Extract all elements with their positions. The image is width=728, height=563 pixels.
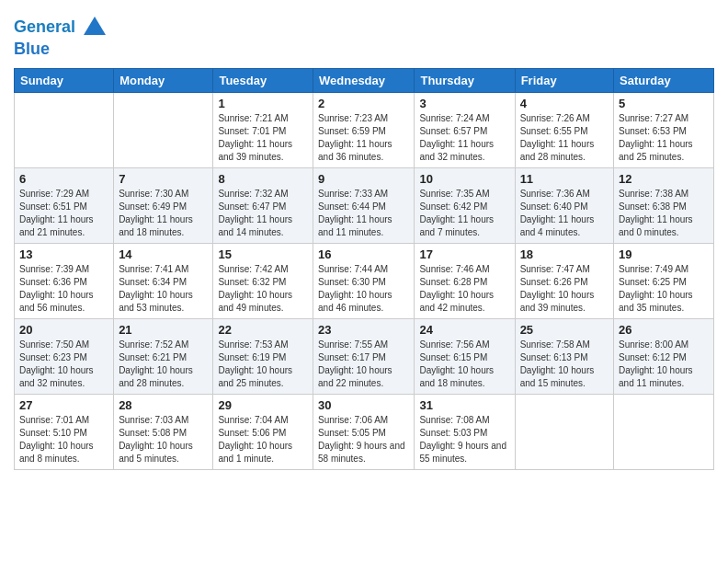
day-number: 20 xyxy=(19,323,108,337)
weekday-header-saturday: Saturday xyxy=(614,68,714,92)
day-info: Sunrise: 7:32 AM Sunset: 6:47 PM Dayligh… xyxy=(218,188,308,239)
day-cell-3: 3Sunrise: 7:24 AM Sunset: 6:57 PM Daylig… xyxy=(415,92,515,167)
day-number: 23 xyxy=(318,323,409,337)
day-cell-17: 17Sunrise: 7:46 AM Sunset: 6:28 PM Dayli… xyxy=(415,243,515,318)
day-cell-14: 14Sunrise: 7:41 AM Sunset: 6:34 PM Dayli… xyxy=(114,243,213,318)
day-info: Sunrise: 7:08 AM Sunset: 5:03 PM Dayligh… xyxy=(419,414,509,465)
day-number: 21 xyxy=(119,323,208,337)
day-info: Sunrise: 7:21 AM Sunset: 7:01 PM Dayligh… xyxy=(218,112,308,164)
day-info: Sunrise: 7:26 AM Sunset: 6:55 PM Dayligh… xyxy=(520,112,609,164)
day-cell-22: 22Sunrise: 7:53 AM Sunset: 6:19 PM Dayli… xyxy=(213,318,313,394)
day-number: 4 xyxy=(520,97,609,110)
day-cell-11: 11Sunrise: 7:36 AM Sunset: 6:40 PM Dayli… xyxy=(515,167,613,243)
day-number: 30 xyxy=(318,398,409,412)
week-row-4: 20Sunrise: 7:50 AM Sunset: 6:23 PM Dayli… xyxy=(15,318,714,394)
day-cell-5: 5Sunrise: 7:27 AM Sunset: 6:53 PM Daylig… xyxy=(614,92,714,167)
svg-marker-0 xyxy=(84,17,106,35)
day-number: 27 xyxy=(19,398,108,412)
day-info: Sunrise: 7:44 AM Sunset: 6:30 PM Dayligh… xyxy=(318,263,409,315)
day-number: 17 xyxy=(419,247,509,261)
day-number: 3 xyxy=(419,97,509,110)
day-cell-23: 23Sunrise: 7:55 AM Sunset: 6:17 PM Dayli… xyxy=(313,318,415,394)
day-cell-12: 12Sunrise: 7:38 AM Sunset: 6:38 PM Dayli… xyxy=(614,167,714,243)
day-cell-24: 24Sunrise: 7:56 AM Sunset: 6:15 PM Dayli… xyxy=(415,318,515,394)
weekday-header-row: SundayMondayTuesdayWednesdayThursdayFrid… xyxy=(15,68,714,92)
week-row-1: 1Sunrise: 7:21 AM Sunset: 7:01 PM Daylig… xyxy=(15,92,714,167)
day-info: Sunrise: 8:00 AM Sunset: 6:12 PM Dayligh… xyxy=(619,339,709,390)
weekday-header-tuesday: Tuesday xyxy=(213,68,313,92)
day-info: Sunrise: 7:56 AM Sunset: 6:15 PM Dayligh… xyxy=(419,339,509,390)
day-info: Sunrise: 7:29 AM Sunset: 6:51 PM Dayligh… xyxy=(19,188,108,239)
logo: General Blue xyxy=(14,15,108,59)
day-cell-26: 26Sunrise: 8:00 AM Sunset: 6:12 PM Dayli… xyxy=(614,318,714,394)
day-number: 16 xyxy=(318,247,409,261)
day-number: 5 xyxy=(619,97,709,110)
day-number: 24 xyxy=(419,323,509,337)
day-info: Sunrise: 7:23 AM Sunset: 6:59 PM Dayligh… xyxy=(318,112,409,164)
day-info: Sunrise: 7:03 AM Sunset: 5:08 PM Dayligh… xyxy=(119,414,208,465)
weekday-header-wednesday: Wednesday xyxy=(313,68,415,92)
day-info: Sunrise: 7:35 AM Sunset: 6:42 PM Dayligh… xyxy=(419,188,509,239)
day-number: 12 xyxy=(619,172,709,186)
day-cell-25: 25Sunrise: 7:58 AM Sunset: 6:13 PM Dayli… xyxy=(515,318,613,394)
day-cell-9: 9Sunrise: 7:33 AM Sunset: 6:44 PM Daylig… xyxy=(313,167,415,243)
day-info: Sunrise: 7:41 AM Sunset: 6:34 PM Dayligh… xyxy=(119,263,208,315)
header: General Blue xyxy=(14,9,714,59)
day-number: 1 xyxy=(218,97,308,110)
day-number: 19 xyxy=(619,247,709,261)
day-info: Sunrise: 7:24 AM Sunset: 6:57 PM Dayligh… xyxy=(419,112,509,164)
day-number: 25 xyxy=(520,323,609,337)
day-info: Sunrise: 7:42 AM Sunset: 6:32 PM Dayligh… xyxy=(218,263,308,315)
day-info: Sunrise: 7:33 AM Sunset: 6:44 PM Dayligh… xyxy=(318,188,409,239)
day-info: Sunrise: 7:04 AM Sunset: 5:06 PM Dayligh… xyxy=(218,414,308,465)
day-cell-8: 8Sunrise: 7:32 AM Sunset: 6:47 PM Daylig… xyxy=(213,167,313,243)
day-cell-6: 6Sunrise: 7:29 AM Sunset: 6:51 PM Daylig… xyxy=(15,167,114,243)
week-row-2: 6Sunrise: 7:29 AM Sunset: 6:51 PM Daylig… xyxy=(15,167,714,243)
empty-cell xyxy=(15,92,114,167)
weekday-header-thursday: Thursday xyxy=(415,68,515,92)
day-number: 22 xyxy=(218,323,308,337)
day-info: Sunrise: 7:36 AM Sunset: 6:40 PM Dayligh… xyxy=(520,188,609,239)
logo-text: General xyxy=(14,15,108,40)
day-cell-27: 27Sunrise: 7:01 AM Sunset: 5:10 PM Dayli… xyxy=(15,394,114,469)
day-number: 10 xyxy=(419,172,509,186)
day-number: 31 xyxy=(419,398,509,412)
day-info: Sunrise: 7:49 AM Sunset: 6:25 PM Dayligh… xyxy=(619,263,709,315)
day-number: 28 xyxy=(119,398,208,412)
day-number: 7 xyxy=(119,172,208,186)
weekday-header-sunday: Sunday xyxy=(15,68,114,92)
day-info: Sunrise: 7:52 AM Sunset: 6:21 PM Dayligh… xyxy=(119,339,208,390)
logo-general: General xyxy=(14,17,75,36)
day-cell-15: 15Sunrise: 7:42 AM Sunset: 6:32 PM Dayli… xyxy=(213,243,313,318)
day-info: Sunrise: 7:53 AM Sunset: 6:19 PM Dayligh… xyxy=(218,339,308,390)
day-info: Sunrise: 7:46 AM Sunset: 6:28 PM Dayligh… xyxy=(419,263,509,315)
day-number: 14 xyxy=(119,247,208,261)
day-info: Sunrise: 7:27 AM Sunset: 6:53 PM Dayligh… xyxy=(619,112,709,164)
week-row-3: 13Sunrise: 7:39 AM Sunset: 6:36 PM Dayli… xyxy=(15,243,714,318)
day-cell-13: 13Sunrise: 7:39 AM Sunset: 6:36 PM Dayli… xyxy=(15,243,114,318)
day-number: 15 xyxy=(218,247,308,261)
day-cell-31: 31Sunrise: 7:08 AM Sunset: 5:03 PM Dayli… xyxy=(415,394,515,469)
day-info: Sunrise: 7:06 AM Sunset: 5:05 PM Dayligh… xyxy=(318,414,409,465)
day-info: Sunrise: 7:39 AM Sunset: 6:36 PM Dayligh… xyxy=(19,263,108,315)
day-number: 11 xyxy=(520,172,609,186)
day-cell-18: 18Sunrise: 7:47 AM Sunset: 6:26 PM Dayli… xyxy=(515,243,613,318)
day-number: 2 xyxy=(318,97,409,110)
day-info: Sunrise: 7:58 AM Sunset: 6:13 PM Dayligh… xyxy=(520,339,609,390)
day-number: 13 xyxy=(19,247,108,261)
empty-cell xyxy=(114,92,213,167)
day-cell-21: 21Sunrise: 7:52 AM Sunset: 6:21 PM Dayli… xyxy=(114,318,213,394)
day-cell-19: 19Sunrise: 7:49 AM Sunset: 6:25 PM Dayli… xyxy=(614,243,714,318)
day-number: 8 xyxy=(218,172,308,186)
day-info: Sunrise: 7:30 AM Sunset: 6:49 PM Dayligh… xyxy=(119,188,208,239)
day-info: Sunrise: 7:38 AM Sunset: 6:38 PM Dayligh… xyxy=(619,188,709,239)
day-number: 29 xyxy=(218,398,308,412)
logo-icon xyxy=(82,15,108,40)
day-info: Sunrise: 7:55 AM Sunset: 6:17 PM Dayligh… xyxy=(318,339,409,390)
day-cell-20: 20Sunrise: 7:50 AM Sunset: 6:23 PM Dayli… xyxy=(15,318,114,394)
day-cell-29: 29Sunrise: 7:04 AM Sunset: 5:06 PM Dayli… xyxy=(213,394,313,469)
day-number: 9 xyxy=(318,172,409,186)
empty-cell xyxy=(515,394,613,469)
day-cell-16: 16Sunrise: 7:44 AM Sunset: 6:30 PM Dayli… xyxy=(313,243,415,318)
day-info: Sunrise: 7:47 AM Sunset: 6:26 PM Dayligh… xyxy=(520,263,609,315)
